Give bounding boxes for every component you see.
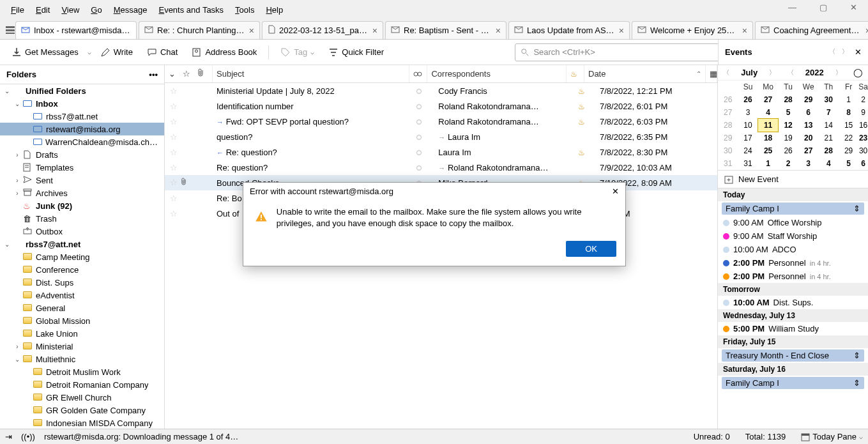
message-row[interactable]: ☆ question?→ Laura Im7/8/2022, 6:35 PM bbox=[165, 129, 717, 144]
menu-file[interactable]: File bbox=[5, 5, 30, 15]
cal-day[interactable]: 24 bbox=[738, 144, 758, 157]
cal-day[interactable]: 28 bbox=[778, 93, 798, 106]
close-icon[interactable]: ✕ bbox=[844, 3, 863, 12]
attach-col-icon[interactable] bbox=[197, 68, 208, 79]
cal-day[interactable]: 23 bbox=[858, 132, 868, 144]
activity-icon[interactable]: ((•)) bbox=[21, 432, 35, 441]
cal-day[interactable]: 3 bbox=[798, 157, 819, 170]
cal-day[interactable]: 7 bbox=[819, 106, 839, 119]
menu-events-and-tasks[interactable]: Events and Tasks bbox=[153, 5, 229, 15]
twisty-icon[interactable]: ⌄ bbox=[14, 100, 20, 107]
cal-day[interactable]: 1 bbox=[839, 93, 858, 106]
cal-day[interactable]: 11 bbox=[758, 119, 779, 132]
cal-prev-year-icon[interactable]: 〈 bbox=[788, 68, 794, 77]
cal-day[interactable]: 2 bbox=[858, 93, 868, 106]
folder-item[interactable]: ›Sent bbox=[0, 174, 164, 187]
agenda-allday-event[interactable]: Family Camp I ⇕ bbox=[722, 377, 864, 389]
menu-tools[interactable]: Tools bbox=[229, 5, 260, 15]
cal-day[interactable]: 19 bbox=[778, 132, 798, 144]
menu-message[interactable]: Message bbox=[108, 5, 153, 15]
twisty-icon[interactable]: › bbox=[14, 190, 20, 197]
cal-day[interactable]: 9 bbox=[858, 106, 868, 119]
cal-day[interactable]: 29 bbox=[798, 93, 819, 106]
search-input[interactable]: Search <Ctrl+K> bbox=[515, 43, 732, 61]
folder-item[interactable]: Outbox bbox=[0, 225, 164, 238]
thread-col-icon[interactable]: ⌄ bbox=[169, 69, 180, 79]
maximize-icon[interactable]: ▢ bbox=[814, 3, 833, 12]
agenda-event[interactable]: 5:00 PMWilliam Study bbox=[718, 322, 868, 335]
message-row[interactable]: ☆→ Fwd: OPT SEVP portal question? Roland… bbox=[165, 114, 717, 129]
events-close-icon[interactable]: ✕ bbox=[855, 47, 862, 57]
tab-5[interactable]: Welcome + Enjoy 25%…× bbox=[632, 21, 753, 39]
star-icon[interactable]: ☆ bbox=[170, 148, 178, 157]
twisty-icon[interactable]: › bbox=[14, 151, 20, 158]
folder-item[interactable]: General bbox=[0, 302, 164, 314]
menu-help[interactable]: Help bbox=[260, 5, 289, 15]
cal-day[interactable]: 2 bbox=[778, 157, 798, 170]
cal-day[interactable]: 28 bbox=[718, 119, 738, 132]
folder-item[interactable]: 🗑Trash bbox=[0, 212, 164, 225]
cal-day[interactable]: 3 bbox=[738, 106, 758, 119]
cal-today-icon[interactable]: ◯ bbox=[853, 68, 863, 77]
star-icon[interactable]: ☆ bbox=[170, 178, 178, 188]
cal-day[interactable]: 25 bbox=[758, 144, 779, 157]
cal-day[interactable]: 17 bbox=[738, 132, 758, 144]
folder-item[interactable]: Conference bbox=[0, 263, 164, 276]
column-picker-icon[interactable]: ▦ bbox=[706, 65, 717, 82]
folder-item[interactable]: Indonesian MISDA Company bbox=[0, 417, 164, 429]
cal-day[interactable]: 16 bbox=[858, 119, 868, 132]
events-next-icon[interactable]: 〉 bbox=[842, 47, 848, 57]
star-icon[interactable]: ☆ bbox=[170, 86, 178, 96]
cal-day[interactable]: 28 bbox=[819, 144, 839, 157]
menu-view[interactable]: View bbox=[56, 5, 85, 15]
today-pane-toggle[interactable]: Today Pane ⌵ bbox=[801, 432, 863, 441]
correspondents-column[interactable]: Correspondents bbox=[431, 69, 491, 79]
cal-prev-month-icon[interactable]: 〈 bbox=[723, 68, 729, 77]
cal-day[interactable]: 5 bbox=[778, 106, 798, 119]
star-icon[interactable]: ☆ bbox=[170, 209, 178, 218]
cal-day[interactable]: 5 bbox=[839, 157, 858, 170]
folder-item[interactable]: rstewart@misda.org bbox=[0, 123, 164, 135]
read-col-icon[interactable] bbox=[413, 70, 422, 79]
message-row[interactable]: ☆← Re: question? Laura Im♨7/8/2022, 8:30… bbox=[165, 144, 717, 160]
subject-column[interactable]: Subject bbox=[217, 69, 244, 79]
cal-day[interactable]: 31 bbox=[718, 157, 738, 170]
agenda-event[interactable]: 9:00 AMOffice Worship bbox=[718, 216, 868, 229]
events-prev-icon[interactable]: 〈 bbox=[829, 47, 835, 57]
folder-item[interactable]: WarrenChaldean@misda.church bbox=[0, 135, 164, 148]
cal-day[interactable]: 21 bbox=[819, 132, 839, 144]
cal-day[interactable]: 15 bbox=[839, 119, 858, 132]
cal-day[interactable]: 26 bbox=[778, 144, 798, 157]
folder-item[interactable]: ⌄rbss7@att.net bbox=[0, 238, 164, 250]
tab-close-icon[interactable]: × bbox=[619, 26, 624, 36]
cal-day[interactable]: 29 bbox=[839, 144, 858, 157]
tab-close-icon[interactable]: × bbox=[249, 26, 254, 36]
chat-button[interactable]: Chat bbox=[142, 45, 183, 60]
folder-item[interactable]: Detroit Romanian Company bbox=[0, 378, 164, 391]
folder-item[interactable]: ›Archives bbox=[0, 187, 164, 199]
cal-next-month-icon[interactable]: 〉 bbox=[769, 68, 775, 77]
spaces-button[interactable] bbox=[5, 21, 15, 39]
tab-4[interactable]: Laos Update from ASAP…× bbox=[508, 21, 630, 39]
cal-day[interactable]: 14 bbox=[819, 119, 839, 132]
cal-day[interactable]: 13 bbox=[798, 119, 819, 132]
agenda-allday-event[interactable]: Family Camp I ⇕ bbox=[722, 203, 864, 215]
minimize-icon[interactable]: ― bbox=[782, 3, 802, 12]
message-row[interactable]: ☆ Identification number Roland Rakotondr… bbox=[165, 98, 717, 114]
cal-day[interactable]: 27 bbox=[758, 93, 779, 106]
cal-day[interactable]: 4 bbox=[758, 106, 779, 119]
folder-item[interactable]: Camp Meeting bbox=[0, 250, 164, 263]
star-icon[interactable]: ☆ bbox=[170, 163, 178, 172]
agenda-event[interactable]: 2:00 PMPersonnelin 4 hr. bbox=[718, 256, 868, 270]
folder-item[interactable]: Detroit Muslim Work bbox=[0, 365, 164, 378]
folders-options-icon[interactable]: ••• bbox=[149, 70, 158, 79]
agenda-event[interactable]: 9:00 AMStaff Worship bbox=[718, 229, 868, 243]
get-messages-button[interactable]: Get Messages bbox=[6, 45, 84, 60]
write-button[interactable]: Write bbox=[95, 45, 138, 60]
agenda-event[interactable]: 10:00 AMADCO bbox=[718, 243, 868, 256]
junk-icon[interactable]: ♨ bbox=[578, 87, 585, 96]
cal-day[interactable]: 26 bbox=[738, 93, 758, 106]
message-row[interactable]: ☆ Re: question?→ Roland Rakotondramana…7… bbox=[165, 160, 717, 175]
cal-day[interactable]: 27 bbox=[798, 144, 819, 157]
cal-day[interactable]: 27 bbox=[718, 106, 738, 119]
